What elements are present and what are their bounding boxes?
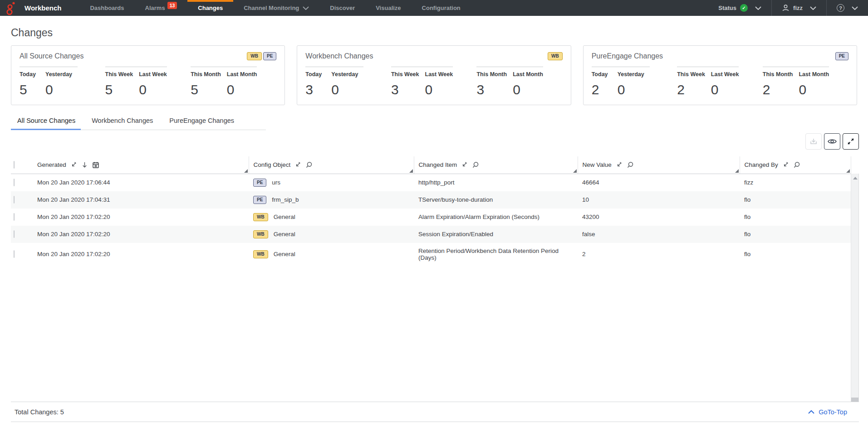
metric-value: 0	[618, 82, 644, 97]
nav-item-dashboards[interactable]: Dashboards	[79, 0, 134, 16]
search-icon[interactable]	[472, 161, 479, 169]
cell-config-object: General	[274, 214, 295, 220]
cell-changed-item: Retention Period/Workbench Data Retentio…	[414, 243, 578, 266]
nav-right-section: Status ✓ fizz ?	[708, 0, 868, 16]
cell-changed-item: Session Expiration/Enabled	[414, 226, 578, 243]
metric-label: Yesterday	[45, 71, 72, 78]
table-row[interactable]: Mon 20 Jan 2020 17:02:20 WBGeneral Alarm…	[11, 209, 851, 226]
cell-config-object: urs	[272, 179, 280, 186]
table-footer: Total Changes: 5 GoTo-Top	[11, 402, 859, 422]
calendar-filter-icon[interactable]	[92, 161, 99, 169]
row-checkbox[interactable]	[14, 213, 15, 221]
nav-item-visualize[interactable]: Visualize	[365, 0, 411, 16]
metric-value: 0	[425, 82, 453, 97]
column-header-new-value[interactable]: New Value	[578, 156, 740, 174]
card-workbench-changes: Workbench Changes WB Today Yesterday 3 0…	[297, 45, 571, 105]
user-menu[interactable]: fizz	[772, 0, 826, 16]
metric-value: 3	[305, 82, 325, 97]
visibility-button[interactable]	[824, 133, 840, 150]
table-row[interactable]: Mon 20 Jan 2020 17:02:20 WBGeneral Reten…	[11, 243, 851, 266]
status-menu[interactable]: Status ✓	[708, 0, 771, 16]
metric-label: Last Week	[711, 71, 739, 78]
wb-badge: WB	[253, 250, 268, 258]
row-checkbox[interactable]	[14, 250, 15, 258]
column-header-changed-by[interactable]: Changed By	[740, 156, 851, 174]
nav-item-alarms[interactable]: Alarms 13	[135, 0, 188, 16]
metric-value: 5	[20, 82, 39, 97]
table-toolbar	[0, 133, 859, 150]
cell-changed-item: http/http_port	[414, 174, 578, 191]
column-header-changed-item[interactable]: Changed Item	[414, 156, 578, 174]
expand-icon	[847, 137, 855, 146]
metric-label: Last Month	[799, 71, 829, 78]
help-icon: ?	[837, 4, 844, 12]
download-button[interactable]	[805, 133, 822, 150]
help-menu[interactable]: ?	[827, 0, 868, 16]
row-checkbox[interactable]	[14, 196, 15, 204]
chevron-down-icon	[810, 6, 816, 10]
download-icon	[809, 137, 818, 146]
cell-generated: Mon 20 Jan 2020 17:02:20	[33, 226, 249, 243]
search-icon[interactable]	[627, 161, 634, 169]
goto-top-link[interactable]: GoTo-Top	[808, 408, 847, 416]
select-all-checkbox[interactable]	[14, 161, 15, 169]
fullscreen-button[interactable]	[843, 133, 859, 150]
wb-badge: WB	[548, 52, 563, 60]
vertical-scrollbar[interactable]	[851, 174, 859, 402]
cell-new-value: false	[578, 226, 740, 243]
cell-generated: Mon 20 Jan 2020 17:04:31	[33, 191, 249, 209]
column-header-config-object[interactable]: Config Object	[249, 156, 414, 174]
wb-badge: WB	[253, 230, 268, 238]
changes-table: Generated Config Object Changed	[11, 156, 859, 402]
pin-column-icon[interactable]	[616, 161, 623, 168]
row-checkbox[interactable]	[14, 230, 15, 238]
metric-label: This Month	[763, 71, 793, 78]
metric-label: This Month	[476, 71, 507, 78]
pin-column-icon[interactable]	[70, 161, 77, 168]
table-row[interactable]: Mon 20 Jan 2020 17:02:20 WBGeneral Sessi…	[11, 226, 851, 243]
nav-item-discover[interactable]: Discover	[319, 0, 365, 16]
nav-item-configuration[interactable]: Configuration	[412, 0, 471, 16]
table-row[interactable]: Mon 20 Jan 2020 17:04:31 PEfrm_sip_b TSe…	[11, 191, 851, 209]
search-icon[interactable]	[793, 161, 800, 169]
metric-label: This Week	[677, 71, 705, 78]
card-pureengage-changes: PureEngage Changes PE Today Yesterday 2 …	[583, 45, 857, 105]
metric-label: This Week	[391, 71, 419, 78]
metric-label: Last Month	[227, 71, 257, 78]
pin-column-icon[interactable]	[461, 161, 468, 168]
cell-changed-by: flo	[740, 209, 851, 226]
tab-workbench-changes[interactable]: Workbench Changes	[83, 117, 161, 130]
row-checkbox[interactable]	[14, 179, 15, 186]
cell-generated: Mon 20 Jan 2020 17:06:44	[33, 174, 249, 191]
metric-value: 2	[763, 82, 793, 97]
cell-config-object: General	[274, 251, 295, 257]
cell-generated: Mon 20 Jan 2020 17:02:20	[33, 209, 249, 226]
scroll-up-icon[interactable]	[853, 177, 858, 180]
app-title: Workbench	[25, 0, 61, 16]
cell-generated: Mon 20 Jan 2020 17:02:20	[33, 243, 249, 266]
nav-item-changes[interactable]: Changes	[187, 0, 233, 16]
metric-value: 0	[799, 82, 829, 97]
total-changes-label: Total Changes: 5	[15, 408, 64, 416]
chevron-down-icon	[303, 6, 309, 10]
tab-all-source-changes[interactable]: All Source Changes	[11, 117, 83, 130]
status-ok-icon: ✓	[740, 4, 748, 12]
pe-badge: PE	[253, 196, 266, 204]
card-title: PureEngage Changes	[592, 52, 663, 60]
column-header-generated[interactable]: Generated	[33, 156, 249, 174]
card-title: Workbench Changes	[305, 52, 373, 60]
scroll-down-icon[interactable]	[851, 398, 858, 402]
genesys-logo	[0, 0, 21, 16]
tab-pureengage-changes[interactable]: PureEngage Changes	[161, 117, 242, 130]
pin-column-icon[interactable]	[294, 161, 301, 168]
table-row[interactable]: Mon 20 Jan 2020 17:06:44 PEurs http/http…	[11, 174, 851, 191]
metric-value: 0	[139, 82, 167, 97]
pin-column-icon[interactable]	[782, 161, 789, 168]
nav-item-channel-monitoring[interactable]: Channel Monitoring	[233, 0, 319, 16]
changes-tabs: All Source Changes Workbench Changes Pur…	[11, 117, 266, 130]
metric-label: This Month	[191, 71, 221, 78]
metric-label: Yesterday	[331, 71, 358, 78]
sort-descending-icon[interactable]	[81, 161, 88, 168]
search-icon[interactable]	[305, 161, 313, 169]
metric-value: 0	[227, 82, 257, 97]
